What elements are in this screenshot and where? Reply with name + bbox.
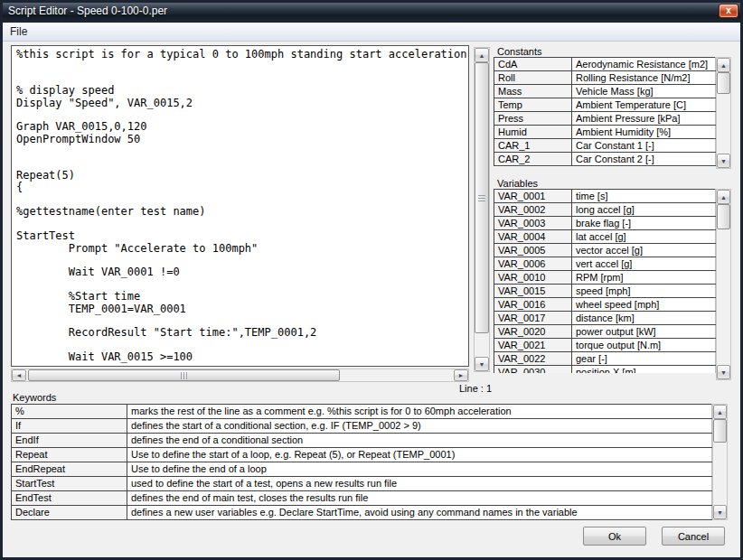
scrollbar-thumb[interactable] [28,369,340,381]
scrollbar-thumb[interactable] [713,419,727,443]
line-status: Line : 1 [459,383,492,394]
menu-item-file[interactable]: File [3,23,34,41]
table-row[interactable]: VAR_0010RPM [rpm] [494,271,716,285]
scrollbar-track[interactable] [26,369,454,381]
constants-table: CdAAerodynamic Resistance [m2] RollRolli… [494,57,716,167]
variables-label: Variables [497,178,538,189]
table-row[interactable]: CdAAerodynamic Resistance [m2] [494,58,716,71]
keywords-label: Keywords [13,392,56,403]
scrollbar-thumb[interactable] [717,204,730,229]
scrollbar-grip-icon [478,195,485,201]
table-row[interactable]: %marks the rest of the line as a comment… [12,405,712,419]
table-row[interactable]: HumidAmbient Humidity [%] [494,126,716,139]
up-arrow-icon: ▲ [720,62,727,69]
scroll-down-button[interactable]: ▼ [475,357,489,371]
menubar: File [3,23,740,42]
down-arrow-icon: ▼ [720,158,727,164]
keywords-table: %marks the rest of the line as a comment… [11,404,712,521]
ok-button[interactable]: Ok [583,527,646,546]
script-editor-textarea[interactable]: %this script is for a typical 0 to 100mp… [11,45,469,367]
table-row[interactable]: VAR_0020power output [kW] [494,325,716,339]
constants-scrollbar[interactable]: ▲ ▼ [716,57,731,169]
titlebar[interactable]: Script Editor - Speed 0-100-0.per x [0,0,743,23]
variables-table: VAR_0001time [s] VAR_0002long accel [g] … [494,189,716,373]
scroll-up-button[interactable]: ▲ [475,48,489,62]
table-row[interactable]: PressAmbient Pressure [kPa] [494,112,716,126]
up-arrow-icon: ▲ [479,52,485,59]
scroll-up-button[interactable]: ▲ [717,190,730,204]
close-button[interactable]: x [719,4,738,18]
up-arrow-icon: ▲ [717,409,723,415]
scrollbar-track[interactable] [717,204,730,365]
table-row[interactable]: VAR_0030position X [m] [494,366,716,374]
table-row[interactable]: VAR_0005vector accel [g] [494,244,716,257]
scroll-down-button[interactable]: ▼ [713,505,727,519]
right-arrow-icon: ► [458,372,465,378]
script-editor-window: Script Editor - Speed 0-100-0.per x File… [0,0,743,560]
table-row[interactable]: Declaredefines a new user variables e.g.… [12,506,712,520]
table-row[interactable]: VAR_0001time [s] [494,190,716,203]
table-row[interactable]: CAR_2Car Constant 2 [-] [494,153,716,166]
table-row[interactable]: VAR_0022gear [-] [494,352,716,366]
down-arrow-icon: ▼ [717,509,723,516]
table-row[interactable]: MassVehicle Mass [kg] [494,85,716,98]
table-row[interactable]: VAR_0015speed [mph] [494,285,716,298]
scroll-down-button[interactable]: ▼ [717,154,730,168]
window-title: Script Editor - Speed 0-100-0.per [8,0,167,23]
cancel-button[interactable]: Cancel [662,527,725,546]
scroll-down-button[interactable]: ▼ [717,365,730,379]
table-row[interactable]: VAR_0021torque output [N.m] [494,339,716,352]
down-arrow-icon: ▼ [720,369,727,376]
table-row[interactable]: RepeatUse to define the start of a loop,… [12,448,712,462]
editor-horizontal-scrollbar[interactable]: ◄ ► [11,369,469,382]
table-row[interactable]: StartTestused to define the start of a t… [12,477,712,491]
editor-vertical-scrollbar[interactable]: ▲ ▼ [474,47,490,372]
scrollbar-track[interactable] [717,72,730,154]
scrollbar-track[interactable] [713,419,727,505]
scrollbar-track[interactable] [475,62,489,357]
table-row[interactable]: TempAmbient Temperature [C] [494,98,716,112]
scroll-up-button[interactable]: ▲ [717,58,730,72]
table-row[interactable]: EndRepeatUse to define the end of a loop [12,462,712,477]
left-arrow-icon: ◄ [16,372,23,378]
scroll-left-button[interactable]: ◄ [12,369,26,381]
variables-scrollbar[interactable]: ▲ ▼ [716,189,731,380]
table-row[interactable]: VAR_0004lat accel [g] [494,230,716,244]
table-row[interactable]: VAR_0017distance [km] [494,312,716,325]
table-row[interactable]: VAR_0016wheel speed [mph] [494,298,716,312]
table-row[interactable]: VAR_0003brake flag [-] [494,217,716,230]
close-icon: x [726,5,731,15]
scrollbar-grip-icon [181,372,187,379]
table-row[interactable]: EndIfdefines the end of a conditional se… [12,434,712,448]
keywords-scrollbar[interactable]: ▲ ▼ [712,404,728,520]
table-row[interactable]: EndTestdefines the end of main test, clo… [12,491,712,506]
table-row[interactable]: VAR_0006vert accel [g] [494,257,716,271]
table-row[interactable]: Ifdefines the start of a conditional sec… [12,419,712,434]
scrollbar-thumb[interactable] [475,62,489,333]
constants-label: Constants [497,46,542,57]
scroll-right-button[interactable]: ► [454,369,468,381]
up-arrow-icon: ▲ [720,194,727,201]
down-arrow-icon: ▼ [479,361,485,368]
table-row[interactable]: RollRolling Resistance [N/m2] [494,71,716,85]
scroll-up-button[interactable]: ▲ [713,405,727,419]
table-row[interactable]: CAR_1Car Constant 1 [-] [494,139,716,153]
scrollbar-thumb[interactable] [717,72,730,94]
table-row[interactable]: VAR_0002long accel [g] [494,203,716,217]
